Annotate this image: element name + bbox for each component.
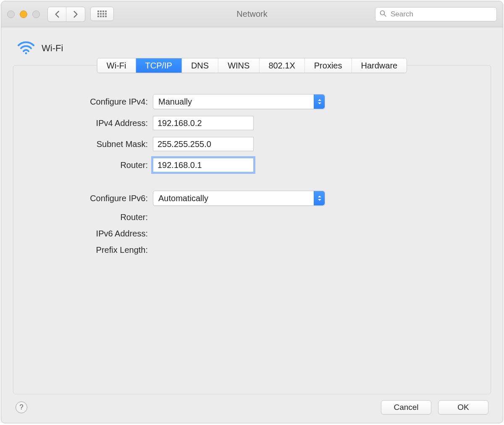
subnet-mask-label: Subnet Mask:: [30, 139, 148, 149]
tab-8021x[interactable]: 802.1X: [259, 58, 304, 73]
configure-ipv6-label: Configure IPv6:: [30, 194, 148, 203]
svg-rect-1: [100, 10, 102, 12]
svg-rect-10: [102, 16, 104, 17]
tab-dns[interactable]: DNS: [182, 58, 218, 73]
tab-hardware[interactable]: Hardware: [352, 58, 407, 73]
search-input[interactable]: [390, 10, 492, 19]
tcpip-form: Configure IPv4: Manually IPv4 Address: S…: [30, 94, 474, 255]
svg-line-13: [384, 14, 386, 16]
subnet-mask-input[interactable]: [153, 137, 254, 151]
back-button[interactable]: [48, 7, 66, 21]
svg-rect-2: [102, 10, 104, 12]
configure-ipv4-popup[interactable]: Manually: [153, 94, 325, 109]
search-icon: [380, 10, 386, 18]
ipv6-router-label: Router:: [30, 212, 148, 222]
ok-button[interactable]: OK: [438, 400, 488, 415]
toolbar-buttons: [47, 7, 114, 22]
configure-ipv6-value: Automatically: [158, 194, 208, 203]
preferences-window: Network Wi-Fi: [1, 1, 503, 423]
chevrons-icon: [314, 191, 325, 205]
search-field[interactable]: [375, 7, 497, 21]
tab-wifi[interactable]: Wi-Fi: [97, 58, 136, 73]
ipv6-address-label: IPv6 Address:: [30, 229, 148, 239]
help-button[interactable]: ?: [16, 401, 27, 413]
minimize-window-button[interactable]: [20, 10, 27, 18]
ipv4-address-input[interactable]: [153, 116, 254, 130]
tab-wins[interactable]: WINS: [218, 58, 259, 73]
configure-ipv4-value: Manually: [158, 97, 192, 107]
router-label: Router:: [30, 160, 148, 170]
svg-rect-8: [97, 16, 99, 17]
wifi-icon: [17, 41, 35, 56]
svg-rect-3: [105, 10, 107, 12]
svg-rect-7: [105, 13, 107, 15]
settings-panel: Wi-Fi TCP/IP DNS WINS 802.1X Proxies Har…: [13, 65, 491, 394]
cancel-button[interactable]: Cancel: [381, 400, 431, 415]
tab-bar: Wi-Fi TCP/IP DNS WINS 802.1X Proxies Har…: [97, 58, 407, 73]
ipv4-address-label: IPv4 Address:: [30, 118, 148, 128]
tab-tcpip[interactable]: TCP/IP: [136, 58, 181, 73]
configure-ipv4-label: Configure IPv4:: [30, 97, 148, 107]
tab-proxies[interactable]: Proxies: [305, 58, 352, 73]
interface-name: Wi-Fi: [42, 43, 63, 54]
svg-rect-5: [100, 13, 102, 15]
nav-back-forward: [47, 7, 85, 22]
traffic-lights: [7, 10, 40, 18]
forward-button[interactable]: [66, 7, 85, 21]
footer: ? Cancel OK: [13, 394, 491, 417]
zoom-window-button[interactable]: [32, 10, 40, 18]
chevrons-icon: [314, 94, 325, 109]
show-all-button[interactable]: [90, 7, 114, 21]
svg-rect-9: [100, 16, 102, 17]
titlebar: Network: [1, 1, 503, 27]
svg-rect-6: [102, 13, 104, 15]
configure-ipv6-popup[interactable]: Automatically: [153, 191, 325, 206]
svg-rect-0: [97, 10, 99, 12]
svg-rect-4: [97, 13, 99, 15]
router-input[interactable]: [153, 158, 254, 172]
prefix-length-label: Prefix Length:: [30, 245, 148, 255]
svg-point-14: [25, 52, 27, 54]
close-window-button[interactable]: [7, 10, 15, 18]
content-area: Wi-Fi Wi-Fi TCP/IP DNS WINS 802.1X Proxi…: [1, 27, 503, 423]
svg-rect-11: [105, 16, 107, 17]
